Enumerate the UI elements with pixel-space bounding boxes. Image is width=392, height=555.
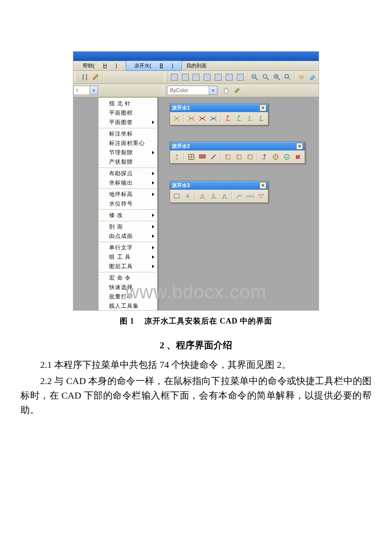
combo-layer[interactable]: r▾ xyxy=(73,86,98,95)
palette-btn[interactable]: 赋 xyxy=(293,152,303,162)
menubar: 帮助(H) 凉开水(B) 我的剖面 xyxy=(73,61,319,71)
menuitem-macro[interactable]: 宏 命 令 xyxy=(99,273,157,283)
palette-btn[interactable]: 3.5.8 xyxy=(256,191,266,201)
brush-icon[interactable] xyxy=(232,85,242,95)
zoom-in-icon[interactable] xyxy=(272,72,282,82)
toolbar-gripper[interactable] xyxy=(75,72,78,82)
menuitem-plane-frame[interactable]: 平面图框 xyxy=(99,108,157,118)
pen-icon[interactable] xyxy=(91,72,101,82)
palette-lks2[interactable]: 凉开水2 × NA S 赋 xyxy=(170,142,305,164)
menuitem-annotate-coord[interactable]: 标注坐标 xyxy=(99,129,157,139)
menuitem-water-symbol[interactable]: 水位符号 xyxy=(99,199,157,208)
toolbar-gripper[interactable] xyxy=(164,72,168,82)
menuitem-compass[interactable]: 指 北 针 xyxy=(99,99,157,108)
zoom-out-icon[interactable] xyxy=(250,72,260,82)
palette-btn[interactable] xyxy=(197,113,208,124)
submenu-arrow-icon xyxy=(152,214,154,217)
palette-btn[interactable] xyxy=(271,152,281,162)
pattern-btn[interactable] xyxy=(180,72,190,82)
menuitem-plane-sign[interactable]: 平面图签 xyxy=(99,118,157,127)
menuitem-batch-print[interactable]: 批量打印 xyxy=(99,292,157,301)
menuitem-attitude-crack[interactable]: 产状裂隙 xyxy=(99,157,157,167)
chevron-down-icon[interactable]: ▾ xyxy=(209,86,217,95)
svg-text:N: N xyxy=(176,154,178,157)
palette-btn[interactable] xyxy=(172,113,182,124)
close-icon[interactable]: × xyxy=(296,143,303,150)
dropdown-liangkaishui: 指 北 针 平面图框 平面图签 标注坐标 标注面积重心 节理裂隙 产状裂隙 布勘… xyxy=(98,97,158,310)
submenu-arrow-icon xyxy=(152,181,154,185)
svg-point-9 xyxy=(262,158,264,159)
menuitem-jianren-tools[interactable]: 贱人工具集 xyxy=(99,301,157,310)
menuitem-quick-select[interactable]: 快速选择 xyxy=(99,283,157,292)
palette-lks1[interactable]: 凉开水1 × xyxy=(170,103,268,125)
pattern-btn[interactable] xyxy=(235,72,245,82)
menuitem-ground-elev[interactable]: 地坪标高 xyxy=(99,190,157,199)
palette-btn[interactable] xyxy=(172,191,182,201)
palette-btn[interactable] xyxy=(208,191,219,201)
menu-my-section[interactable]: 我的剖面 xyxy=(182,61,211,70)
bracket-icon[interactable] xyxy=(80,72,90,82)
palette-lks3[interactable]: 凉开水3 × 1+2=3 3.5.8 xyxy=(170,181,268,203)
pattern-btn[interactable] xyxy=(202,72,212,82)
menuitem-group-tools[interactable]: 组 工 具 xyxy=(99,252,157,262)
submenu-arrow-icon xyxy=(152,172,154,175)
palette-btn[interactable] xyxy=(186,152,196,162)
palette-btn[interactable] xyxy=(223,152,233,162)
palette-title[interactable]: 凉开水3 × xyxy=(170,181,268,190)
palette-title[interactable]: 凉开水2 × xyxy=(170,142,305,150)
menuitem-annotate-centroid[interactable]: 标注面积重心 xyxy=(99,139,157,148)
paint-icon[interactable] xyxy=(308,72,318,82)
menuitem-joint-crack[interactable]: 节理裂隙 xyxy=(99,148,157,157)
palette-btn[interactable] xyxy=(245,152,255,162)
palette-btn[interactable]: S xyxy=(282,152,292,162)
toolbar-gripper[interactable] xyxy=(163,86,166,95)
palette-btn[interactable] xyxy=(234,191,244,201)
menu-liangkaishui[interactable]: 凉开水(B) xyxy=(126,61,182,71)
svg-text:1+2=3: 1+2=3 xyxy=(246,195,254,198)
menuitem-coord-output[interactable]: 坐标输出 xyxy=(99,178,157,188)
toolbar-row-1 xyxy=(73,71,319,84)
palette-title[interactable]: 凉开水1 × xyxy=(170,104,268,112)
palette-btn[interactable] xyxy=(234,113,244,124)
palette-btn[interactable] xyxy=(259,152,270,162)
palette-btn[interactable] xyxy=(256,113,266,124)
palette-btn[interactable] xyxy=(219,191,230,201)
toolbar-row-2: r▾ ByColor▾ xyxy=(73,84,319,97)
palette-btn[interactable]: NA xyxy=(172,152,182,162)
zoom-icon[interactable] xyxy=(261,72,271,82)
menuitem-section[interactable]: 剖 面 xyxy=(99,222,157,231)
palette-btn[interactable]: 1+2=3 xyxy=(245,191,255,201)
palette-btn[interactable] xyxy=(197,191,208,201)
menuitem-modify[interactable]: 修 改 xyxy=(99,211,157,220)
close-icon[interactable]: × xyxy=(259,182,266,189)
pattern-btn[interactable] xyxy=(191,72,201,82)
svg-text:A: A xyxy=(176,157,178,160)
pattern-btn[interactable] xyxy=(169,72,179,82)
hand-icon[interactable] xyxy=(221,85,231,95)
submenu-arrow-icon xyxy=(152,255,154,259)
palette-btn[interactable] xyxy=(183,191,193,201)
menuitem-single-text[interactable]: 单行文字 xyxy=(99,243,157,252)
menuitem-place-borehole[interactable]: 布勘探点 xyxy=(99,169,157,178)
palette-btn[interactable] xyxy=(223,113,233,124)
palette-btn[interactable] xyxy=(197,152,208,162)
section-heading: 2 、程序界面介绍 xyxy=(13,339,379,352)
pattern-btn[interactable] xyxy=(224,72,234,82)
palette-btn[interactable] xyxy=(208,152,219,162)
menuitem-face-from-points[interactable]: 由点成面 xyxy=(99,231,157,241)
menuitem-layer-tools[interactable]: 图层工具 xyxy=(99,262,157,271)
combo-bycolor[interactable]: ByColor▾ xyxy=(167,86,217,95)
figure-caption: 图 1凉开水工具安装后在 CAD 中的界面 xyxy=(13,316,379,326)
zoom-extents-icon[interactable] xyxy=(282,72,293,82)
chevron-down-icon[interactable]: ▾ xyxy=(89,86,98,95)
pattern-btn[interactable] xyxy=(213,72,223,82)
palette-btn[interactable] xyxy=(245,113,255,124)
close-icon[interactable]: × xyxy=(259,104,266,111)
palette-btn[interactable] xyxy=(208,113,219,124)
menu-help[interactable]: 帮助(H) xyxy=(74,61,126,70)
cad-screenshot: 帮助(H) 凉开水(B) 我的剖面 xyxy=(73,51,319,311)
palette-btn[interactable] xyxy=(186,113,196,124)
paragraph-2-1: 2.1 本程序下拉菜单中共包括 74 个快捷命令，其界面见图 2。 xyxy=(20,358,372,372)
palette-btn[interactable] xyxy=(234,152,244,162)
paint-can-icon[interactable] xyxy=(297,72,307,82)
